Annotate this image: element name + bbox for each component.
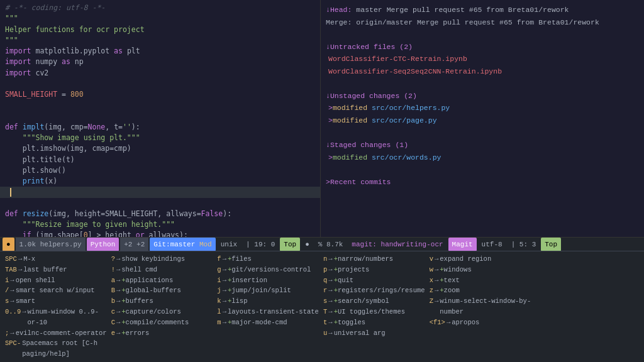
status-percent: % 8.7k [314, 238, 347, 251]
git-untracked-header: ↓Untracked files (2) [326, 41, 639, 53]
kb-item: !→shell cmd [111, 265, 215, 275]
status-magit: Magit [448, 238, 477, 251]
git-staged-header: ↓Staged changes (1) [326, 139, 639, 151]
git-untracked-file-1: WordClassifier-CTC-Retrain.ipynb [326, 53, 639, 65]
kb-item: C→+compile/comments [111, 317, 215, 328]
kb-item: B→+global-buffers [111, 285, 215, 296]
kb-item: m→+major-mode-cmd [217, 317, 321, 328]
git-unstaged-header: ↓Unstaged changes (2) [326, 90, 639, 102]
git-staged-file-1: >modified src/ocr/words.py [326, 151, 639, 164]
status-bar: ● 1.0k helpers.py Python +2 +2 Git:maste… [0, 237, 644, 251]
kb-item: x→+text [430, 275, 533, 286]
kb-item: t→+toggles [323, 317, 427, 328]
kb-item: k→+lisp [217, 296, 321, 307]
kb-col-3: f→+files g→+git/versions-control i→+inse… [217, 254, 321, 359]
kb-item: ;→evilnc-comment-operator [5, 328, 109, 339]
git-head-row: ↓Head: master Merge pull request #65 fro… [326, 4, 639, 16]
kb-col-5: v→expand region w→+windows x→+text z→+zo… [430, 254, 533, 359]
status-branch: Git:master Mod [150, 238, 215, 251]
kb-col-1: SPC→M-x TAB→last buffer i→open shell /→s… [5, 254, 109, 359]
kb-item: i→+insertion [217, 275, 321, 286]
kb-item: a→+applications [111, 275, 215, 286]
kb-item: l→layouts-transient-state [217, 307, 321, 317]
kb-item: j→+jump/join/split [217, 285, 321, 296]
kb-item: b→+buffers [111, 296, 215, 307]
kb-item: SPC-Spacemacs root [C-h paging/help] [5, 338, 109, 359]
kb-item: p→+projects [323, 265, 427, 275]
status-top2: Top [541, 238, 561, 251]
git-panel: ↓Head: master Merge pull request #65 fro… [321, 0, 644, 237]
kb-item: r→+registers/rings/resume [323, 285, 427, 296]
status-utf: utf-8 [478, 238, 506, 251]
status-position: | 19: 0 [242, 238, 279, 251]
kb-col-6 [535, 254, 639, 359]
kb-item: T→+UI toggles/themes [323, 307, 427, 317]
kb-item: TAB→last buffer [5, 265, 109, 275]
status-file-count: 1.0k [19, 241, 36, 248]
status-circle: ● [3, 238, 14, 251]
kb-item: 0..9→winum-window 0..9-or-10 [5, 307, 109, 328]
code-content: # -*- coding: utf-8 -*- """ Helper funct… [0, 3, 320, 187]
status-top: Top [280, 238, 300, 251]
code-panel: # -*- coding: utf-8 -*- """ Helper funct… [0, 0, 321, 237]
status-linecol: | 5: 3 [508, 238, 540, 251]
kb-item: g→+git/versions-control [217, 265, 321, 275]
kb-col-4: n→+narrow/numbers p→+projects q→+quit r→… [323, 254, 427, 359]
keybindings-panel: SPC→M-x TAB→last buffer i→open shell /→s… [0, 251, 644, 362]
kb-item: f→+files [217, 254, 321, 265]
kb-item: z→+zoom [430, 285, 533, 296]
kb-item: w→+windows [430, 265, 533, 275]
kb-item: /→smart search w/input [5, 285, 109, 296]
kb-item: q→+quit [323, 275, 427, 286]
git-recent-commits-header: >Recent commits [326, 176, 639, 189]
status-encoding: unix [217, 238, 241, 251]
kb-item: Z→winum-select-window-by-number [430, 296, 533, 317]
kb-item: s→smart [5, 296, 109, 307]
kb-item: u→universal arg [323, 328, 427, 339]
status-vc-label: +2 +2 [124, 241, 145, 248]
kb-col-2: ?→show keybindings !→shell cmd a→+applic… [111, 254, 215, 359]
kb-item: SPC→M-x [5, 254, 109, 265]
git-merge-row: Merge: origin/master Merge pull request … [326, 16, 639, 29]
highlight-line [5, 187, 315, 197]
kb-item: ?→show keybindings [111, 254, 215, 265]
status-fileinfo: 1.0k helpers.py [16, 238, 86, 251]
git-merge-value: origin/master Merge pull request #65 fro… [356, 18, 599, 26]
kb-item: v→expand region [430, 254, 533, 265]
kb-item: s→+search/symbol [323, 296, 427, 307]
kb-item: <f1>→apropos [430, 317, 533, 328]
git-head-value: master Merge pull request #65 from Breta… [356, 6, 569, 14]
kb-item: i→open shell [5, 275, 109, 286]
git-unstaged-file-1: >modified src/ocr/helpers.py [326, 102, 639, 114]
git-unstaged-file-2: >modified src/ocr/page.py [326, 114, 639, 127]
kb-item: n→+narrow/numbers [323, 254, 427, 265]
status-separator: ● [301, 238, 313, 251]
kb-item: c→+capture/colors [111, 307, 215, 317]
git-head-arrow: ↓Head: [326, 6, 352, 14]
status-vc: +2 +2 [120, 238, 148, 251]
kb-item: e→+errors [111, 328, 215, 339]
status-magit-label: magit: handwriting-ocr [348, 238, 447, 251]
git-untracked-file-2: WordClassifier-Seq2Seq2CNN-Retrain.ipynb [326, 65, 639, 78]
status-language: Python [87, 238, 119, 251]
status-filename: helpers.py [40, 241, 82, 248]
code-content-2: def resize(img, height=SMALL_HEIGHT, all… [0, 198, 320, 238]
git-merge-label: Merge: [326, 18, 352, 26]
